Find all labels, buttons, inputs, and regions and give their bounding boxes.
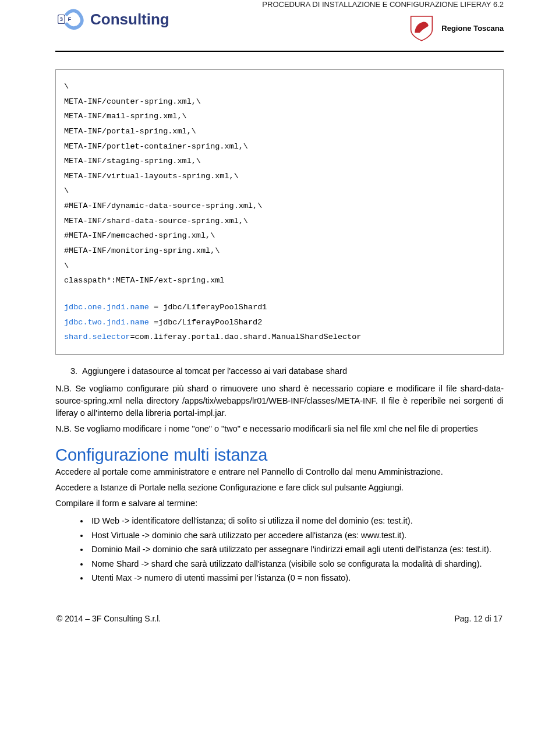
code-value: =com.liferay.portal.dao.shard.ManualShar… bbox=[130, 333, 361, 341]
code-line: #META-INF/memcached-spring.xml,\ bbox=[64, 228, 495, 243]
pegasus-shield-icon bbox=[406, 13, 437, 43]
list-item: Utenti Max -> numero di utenti massimi p… bbox=[89, 571, 504, 584]
page-footer: © 2014 – 3F Consulting S.r.l. Pag. 12 di… bbox=[55, 614, 504, 623]
logo-3f-consulting: 3 F Consulting bbox=[55, 7, 169, 31]
list-item: Host Virtuale -> dominio che sarà utiliz… bbox=[89, 529, 504, 542]
code-key: shard.selector bbox=[64, 333, 130, 341]
code-line: META-INF/staging-spring.xml,\ bbox=[64, 154, 495, 169]
code-line: META-INF/counter-spring.xml,\ bbox=[64, 94, 495, 109]
code-line: \ bbox=[64, 79, 495, 94]
code-line: \ bbox=[64, 259, 495, 274]
code-line: \ bbox=[64, 183, 495, 199]
infinity-icon: 3 F bbox=[55, 7, 86, 31]
bullet-list: ID Web -> identificatore dell'istanza; d… bbox=[55, 514, 504, 584]
code-line: META-INF/portal-spring.xml,\ bbox=[64, 124, 495, 139]
code-line: classpath*:META-INF/ext-spring.xml bbox=[64, 273, 495, 288]
list-item: Aggiungere i datasource al tomcat per l'… bbox=[80, 365, 504, 377]
footer-page-number: Pag. 12 di 17 bbox=[454, 614, 503, 623]
note-paragraph: N.B. Se vogliamo configurare più shard o… bbox=[55, 383, 504, 419]
list-item: Nome Shard -> shard che sarà utilizzato … bbox=[89, 557, 504, 570]
code-line: jdbc.two.jndi.name =jdbc/LiferayPoolShar… bbox=[64, 315, 495, 330]
code-value: =jdbc/LiferayPoolShard2 bbox=[149, 318, 262, 327]
code-line: META-INF/shard-data-source-spring.xml,\ bbox=[64, 214, 495, 229]
logo-3f-icon: 3 F bbox=[55, 7, 86, 31]
code-line: META-INF/virtual-layouts-spring.xml,\ bbox=[64, 169, 495, 184]
svg-text:F: F bbox=[68, 16, 71, 22]
code-line: jdbc.one.jndi.name = jdbc/LiferayPoolSha… bbox=[64, 300, 495, 315]
section-paragraph: Compilare il form e salvare al termine: bbox=[55, 497, 504, 510]
regione-toscana-text: Regione Toscana bbox=[441, 24, 504, 33]
code-line: META-INF/portlet-container-spring.xml,\ bbox=[64, 139, 495, 154]
code-line: META-INF/mail-spring.xml,\ bbox=[64, 109, 495, 124]
logo-consulting-text: Consulting bbox=[90, 10, 169, 29]
numbered-list: Aggiungere i datasource al tomcat per l'… bbox=[55, 365, 504, 377]
svg-text:3: 3 bbox=[60, 16, 63, 22]
list-item: ID Web -> identificatore dell'istanza; d… bbox=[89, 514, 504, 527]
note-paragraph: N.B. Se vogliamo modificare i nome "one"… bbox=[55, 423, 504, 435]
document-title: PROCEDURA DI INSTALLAZIONE E CONFIGURAZI… bbox=[262, 0, 504, 9]
section-heading: Configurazione multi istanza bbox=[55, 446, 504, 465]
code-block: \ META-INF/counter-spring.xml,\ META-INF… bbox=[55, 69, 504, 355]
section-paragraph: Accedere a Istanze di Portale nella sezi… bbox=[55, 482, 504, 494]
code-line: #META-INF/dynamic-data-source-spring.xml… bbox=[64, 199, 495, 214]
footer-copyright: © 2014 – 3F Consulting S.r.l. bbox=[56, 614, 161, 623]
code-line: shard.selector=com.liferay.portal.dao.sh… bbox=[64, 330, 495, 345]
code-value: = jdbc/LiferayPoolShard1 bbox=[149, 303, 267, 312]
code-key: jdbc.one.jndi.name bbox=[64, 303, 149, 312]
header-divider bbox=[55, 51, 504, 52]
list-item: Dominio Mail -> dominio che sarà utilizz… bbox=[89, 543, 504, 556]
code-key: jdbc.two.jndi.name bbox=[64, 318, 149, 327]
logo-regione-toscana: Regione Toscana bbox=[406, 13, 504, 43]
page-header: 3 F Consulting PROCEDURA DI INSTALLAZION… bbox=[55, 0, 504, 43]
code-line: #META-INF/monitoring-spring.xml,\ bbox=[64, 243, 495, 259]
section-paragraph: Accedere al portale come amministratore … bbox=[55, 466, 504, 478]
